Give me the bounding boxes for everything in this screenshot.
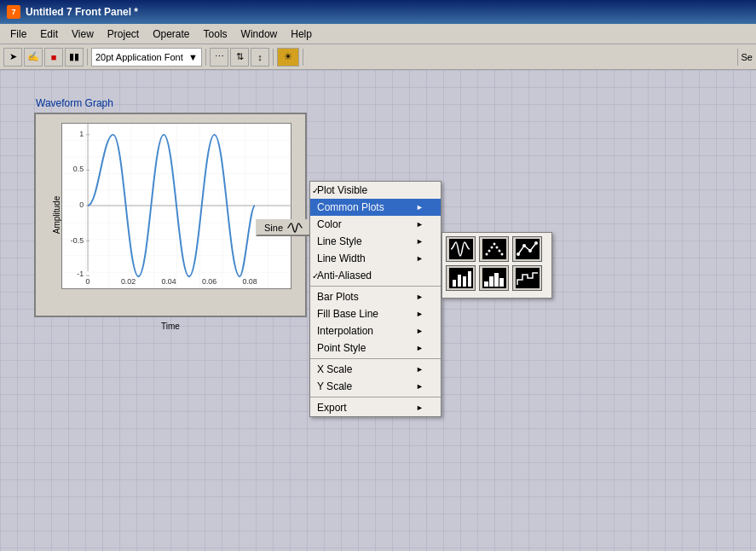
svg-point-27 [500, 253, 503, 256]
sine-button-label: Sine [264, 223, 283, 233]
ctx-bar-plots-arrow: ► [416, 293, 424, 301]
toolbar-hand-btn[interactable]: ✍ [24, 48, 43, 67]
graph-svg: 1 0.5 0 -0.5 -1 0 0.02 0.04 0.06 0.08 [62, 124, 291, 288]
histogram-icon [482, 268, 506, 288]
search-label: Se [742, 52, 753, 62]
menu-file[interactable]: File [3, 26, 33, 42]
ctx-color[interactable]: Color ► [310, 216, 441, 233]
plot-icon-line-points[interactable] [512, 236, 542, 262]
ctx-x-scale[interactable]: X Scale ► [310, 361, 441, 378]
sine-button[interactable]: Sine [256, 219, 312, 236]
plot-icon-scatter[interactable] [479, 236, 509, 262]
svg-point-24 [493, 243, 495, 246]
font-selector[interactable]: 20pt Application Font ▼ [91, 48, 202, 67]
ctx-point-style[interactable]: Point Style ► [310, 339, 441, 357]
ctx-export-label: Export [317, 402, 347, 414]
toolbar-extra-btn[interactable]: ☀ [277, 48, 299, 67]
ctx-sep-3 [310, 397, 441, 397]
ctx-plot-visible[interactable]: Plot Visible [310, 182, 441, 199]
app-icon: 7 [7, 5, 20, 19]
svg-text:1: 1 [79, 130, 84, 138]
plot-icon-step[interactable] [512, 265, 542, 291]
toolbar-distribute-btn[interactable]: ⇅ [230, 48, 249, 67]
ctx-common-plots-label: Common Plots [317, 201, 384, 213]
ctx-line-width-arrow: ► [416, 254, 424, 263]
submenu-common-plots [441, 232, 552, 299]
step-icon [516, 268, 540, 288]
svg-rect-40 [489, 276, 493, 287]
svg-rect-41 [494, 273, 499, 287]
svg-text:-1: -1 [77, 270, 84, 278]
ctx-sep-2 [310, 358, 441, 359]
plot-icons-row-2 [446, 265, 548, 291]
main-content: Waveform Graph Amplitude 1 0. [0, 70, 756, 551]
menu-edit[interactable]: Edit [33, 26, 65, 42]
menu-bar: File Edit View Project Operate Tools Win… [0, 24, 756, 44]
svg-point-21 [485, 253, 488, 256]
ctx-color-label: Color [317, 218, 342, 230]
svg-text:0.04: 0.04 [161, 277, 176, 286]
ctx-common-plots[interactable]: Common Plots ► [310, 199, 441, 216]
sine-wave-icon [286, 223, 303, 233]
svg-rect-39 [484, 281, 488, 287]
svg-rect-42 [499, 278, 504, 287]
ctx-x-scale-label: X Scale [317, 363, 352, 375]
ctx-interpolation[interactable]: Interpolation ► [310, 322, 441, 339]
ctx-y-scale-label: Y Scale [317, 380, 352, 392]
ctx-sep-1 [310, 286, 441, 287]
svg-point-32 [534, 241, 538, 245]
ctx-point-style-arrow: ► [416, 344, 424, 352]
toolbar-align-btn[interactable]: ⋯ [210, 48, 228, 67]
ctx-bar-plots[interactable]: Bar Plots ► [310, 288, 441, 305]
menu-help[interactable]: Help [284, 26, 319, 42]
ctx-line-width[interactable]: Line Width ► [310, 250, 441, 267]
bar-icon [449, 268, 473, 288]
toolbar-resize-btn[interactable]: ↕ [251, 48, 269, 67]
svg-point-31 [528, 249, 532, 252]
svg-point-29 [517, 252, 520, 256]
menu-operate[interactable]: Operate [146, 26, 196, 42]
ctx-line-style[interactable]: Line Style ► [310, 233, 441, 250]
toolbar-separator-1 [87, 49, 88, 66]
y-axis-label: Amplitude [52, 196, 61, 234]
waveform-title: Waveform Graph [36, 97, 113, 109]
plot-icon-sine-line[interactable] [446, 236, 476, 262]
svg-text:0.06: 0.06 [202, 277, 216, 286]
svg-point-26 [498, 250, 500, 252]
plot-icon-histogram[interactable] [479, 265, 509, 291]
menu-tools[interactable]: Tools [197, 26, 234, 42]
font-selector-text: 20pt Application Font [95, 52, 183, 62]
svg-point-25 [495, 246, 498, 249]
ctx-y-scale[interactable]: Y Scale ► [310, 378, 441, 395]
toolbar-pause-btn[interactable]: ▮▮ [65, 48, 84, 67]
svg-text:0.08: 0.08 [242, 277, 257, 286]
ctx-anti-aliased-label: Anti-Aliased [317, 270, 372, 281]
plot-icon-bar[interactable] [446, 265, 476, 291]
ctx-export[interactable]: Export ► [310, 399, 441, 416]
svg-text:0.5: 0.5 [73, 165, 84, 173]
ctx-fill-base-line-arrow: ► [416, 310, 424, 318]
ctx-line-style-arrow: ► [416, 237, 424, 246]
svg-text:0.02: 0.02 [121, 277, 136, 286]
ctx-plot-visible-label: Plot Visible [317, 184, 367, 196]
window-title: Untitled 7 Front Panel * [26, 6, 138, 18]
ctx-anti-aliased[interactable]: Anti-Aliased [310, 267, 441, 284]
menu-window[interactable]: Window [234, 26, 285, 42]
plot-icons-row-1 [446, 236, 548, 262]
toolbar-stop-btn[interactable]: ■ [44, 48, 63, 67]
svg-rect-36 [463, 276, 466, 287]
svg-text:0: 0 [86, 277, 90, 286]
svg-point-22 [488, 250, 490, 252]
ctx-fill-base-line[interactable]: Fill Base Line ► [310, 305, 441, 322]
x-axis-label: Time [161, 322, 180, 331]
toolbar-arrow-btn[interactable]: ➤ [3, 48, 22, 67]
ctx-interpolation-label: Interpolation [317, 325, 373, 337]
svg-rect-34 [453, 280, 456, 287]
ctx-bar-plots-label: Bar Plots [317, 291, 359, 303]
ctx-y-scale-arrow: ► [416, 382, 424, 391]
svg-rect-37 [468, 271, 471, 287]
toolbar: ➤ ✍ ■ ▮▮ 20pt Application Font ▼ ⋯ ⇅ ↕ ☀… [0, 44, 756, 70]
menu-view[interactable]: View [65, 26, 101, 42]
menu-project[interactable]: Project [101, 26, 146, 42]
app-icon-label: 7 [11, 8, 15, 16]
